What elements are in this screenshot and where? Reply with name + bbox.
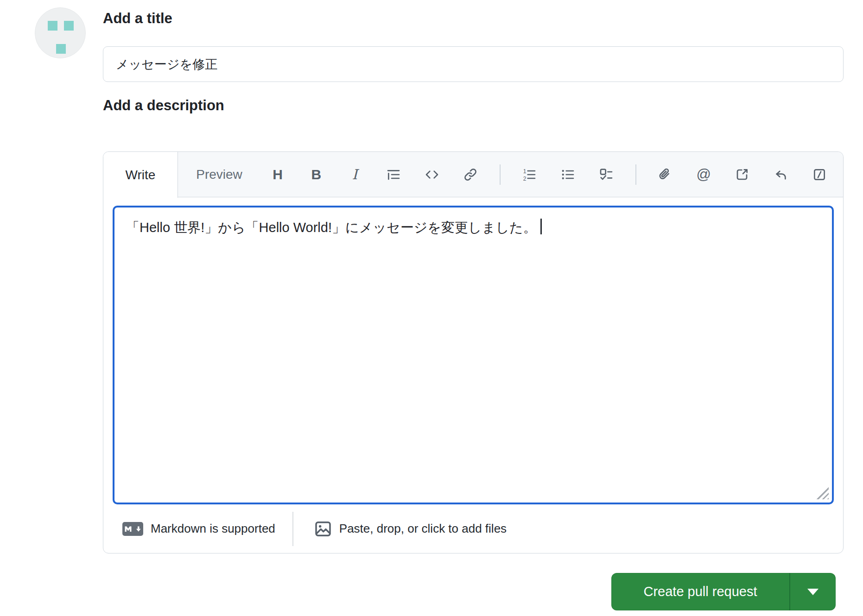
identicon-square	[48, 21, 57, 31]
code-icon	[425, 167, 439, 182]
footer-divider	[292, 512, 293, 546]
description-textarea[interactable]: 「Hello 世界!」から「Hello World!」にメッセージを変更しました…	[113, 206, 834, 504]
link-button[interactable]	[461, 163, 480, 186]
cross-reference-button[interactable]	[732, 163, 752, 186]
attach-file-button[interactable]	[655, 163, 675, 186]
toolbar-separator	[635, 164, 636, 185]
slash-command-icon	[812, 167, 827, 182]
heading-icon: H	[273, 168, 283, 182]
italic-button[interactable]: I	[345, 163, 365, 186]
markdown-supported-link[interactable]: Markdown is supported	[122, 522, 275, 536]
bold-icon: B	[311, 168, 321, 182]
bold-button[interactable]: B	[306, 163, 326, 186]
markdown-icon	[122, 522, 144, 536]
task-list-button[interactable]	[596, 163, 616, 186]
editor-footer: Markdown is supported Paste, drop, or cl…	[103, 504, 843, 553]
heading-button[interactable]: H	[268, 163, 287, 186]
description-text: 「Hello 世界!」から「Hello World!」にメッセージを変更しました…	[126, 220, 537, 235]
numbered-list-icon: 1 2	[522, 167, 537, 182]
bulleted-list-icon	[560, 167, 575, 182]
add-description-heading: Add a description	[103, 97, 224, 114]
quote-icon	[386, 167, 401, 182]
task-list-icon	[599, 167, 614, 182]
paste-hint-label: Paste, drop, or click to add files	[339, 522, 507, 536]
slash-commands-button[interactable]	[810, 163, 829, 186]
attach-files-button[interactable]: Paste, drop, or click to add files	[314, 520, 507, 538]
toolbar-separator	[500, 164, 501, 185]
mention-button[interactable]: @	[694, 163, 713, 186]
mention-icon: @	[696, 167, 711, 182]
avatar	[35, 7, 86, 58]
cross-reference-icon	[735, 167, 749, 182]
editor-tab-toolbar: Write Preview H B I	[103, 152, 843, 197]
code-button[interactable]	[422, 163, 442, 186]
markdown-hint-label: Markdown is supported	[151, 522, 275, 536]
image-icon	[314, 520, 332, 538]
svg-text:2: 2	[523, 175, 527, 182]
svg-text:1: 1	[523, 168, 527, 174]
description-editor: Write Preview H B I	[103, 151, 844, 553]
bulleted-list-button[interactable]	[558, 163, 577, 186]
tab-preview-label: Preview	[196, 167, 242, 182]
tab-write[interactable]: Write	[103, 152, 178, 198]
numbered-list-button[interactable]: 1 2	[520, 163, 539, 186]
quote-button[interactable]	[384, 163, 403, 186]
editor-body: 「Hello 世界!」から「Hello World!」にメッセージを変更しました…	[103, 197, 843, 504]
paperclip-icon	[658, 167, 673, 182]
tab-preview[interactable]: Preview	[178, 152, 260, 197]
resize-handle-icon[interactable]	[815, 485, 829, 499]
create-pull-request-dropdown[interactable]	[790, 573, 836, 610]
pr-title-input[interactable]	[103, 46, 844, 82]
italic-icon: I	[352, 168, 358, 182]
create-pull-request-button[interactable]: Create pull request	[611, 573, 789, 610]
text-cursor	[540, 219, 542, 234]
markdown-toolbar: H B I	[260, 152, 843, 197]
identicon-square	[56, 44, 66, 54]
tab-write-label: Write	[126, 168, 156, 182]
add-title-heading: Add a title	[103, 10, 172, 27]
create-pull-request-page: Add a title Add a description Write Prev…	[0, 0, 863, 616]
saved-replies-button[interactable]	[771, 163, 791, 186]
create-pull-request-split-button: Create pull request	[611, 573, 836, 610]
identicon-square	[64, 21, 74, 31]
reply-icon	[774, 167, 788, 182]
caret-down-icon	[807, 589, 819, 595]
link-icon	[463, 167, 478, 182]
